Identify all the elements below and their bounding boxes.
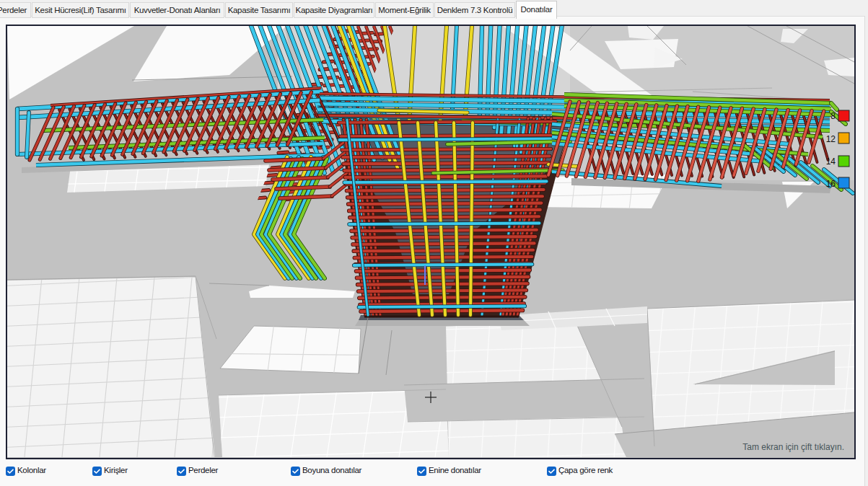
svg-text:16: 16	[826, 179, 836, 189]
svg-text:Tam ekran için çift tıklayın.: Tam ekran için çift tıklayın.	[742, 442, 844, 452]
svg-text:14: 14	[826, 156, 836, 167]
svg-text:12: 12	[826, 134, 836, 144]
svg-text:8: 8	[830, 111, 836, 121]
